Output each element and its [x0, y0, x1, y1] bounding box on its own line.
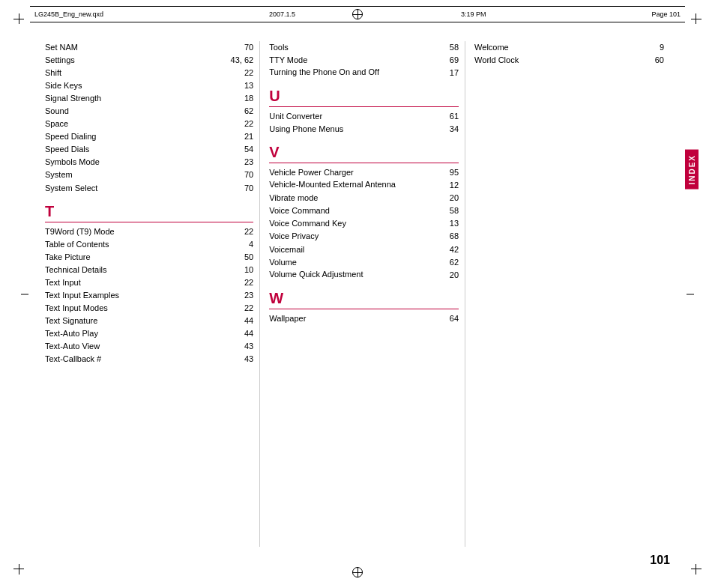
- section-letter-v: V: [269, 143, 459, 161]
- middle-top-entries: Tools 58 TTY Mode 69 Turning the Phone O…: [269, 41, 459, 79]
- list-item: Voice Privacy 68: [269, 230, 459, 243]
- section-t: T T9Word (T9) Mode 22 Table of Contents …: [45, 202, 253, 366]
- list-item: Text Input Examples 23: [45, 289, 253, 302]
- list-item: Symbols Mode 23: [45, 156, 253, 169]
- list-item: Speed Dials 54: [45, 143, 253, 156]
- reg-mark-bl: [13, 560, 28, 575]
- list-item: Take Picture 50: [45, 251, 253, 264]
- index-sidebar: INDEX: [685, 150, 699, 190]
- list-item: Voice Command 58: [269, 204, 459, 217]
- content-area: Set NAM 70 Settings 43, 62 Shift 22 Side…: [45, 41, 670, 547]
- list-item: Side Keys 13: [45, 79, 253, 92]
- bottom-crosshair: [352, 567, 363, 578]
- header-filename: LG245B_Eng_new.qxd: [34, 10, 103, 18]
- reg-mark-tl: [13, 13, 28, 28]
- list-item: T9Word (T9) Mode 22: [45, 225, 253, 238]
- list-item: Vehicle-Mounted External Antenna 12: [269, 179, 459, 192]
- list-item: Voice Command Key 13: [269, 217, 459, 230]
- page: LG245B_Eng_new.qxd 2007.1.5 3:19 PM Page…: [0, 0, 715, 588]
- index-bar-label: INDEX: [685, 150, 699, 190]
- side-mark-right: [687, 294, 694, 294]
- list-item: Turning the Phone On and Off 17: [269, 67, 459, 79]
- list-item: Shift 22: [45, 67, 253, 79]
- list-item: Set NAM 70: [45, 41, 253, 54]
- list-item: World Clock 60: [474, 54, 664, 67]
- header-crosshair: [352, 9, 363, 19]
- list-item: Speed Dialing 21: [45, 130, 253, 143]
- list-item: Welcome 9: [474, 41, 664, 54]
- section-divider-t: [45, 222, 253, 222]
- section-letter-u: U: [269, 87, 459, 105]
- section-letter-t: T: [45, 202, 253, 220]
- page-number: 101: [650, 554, 670, 567]
- list-item: Text-Auto Play 44: [45, 327, 253, 340]
- list-item: Text Signature 44: [45, 315, 253, 327]
- reg-mark-tr: [687, 13, 702, 28]
- column-middle: Tools 58 TTY Mode 69 Turning the Phone O…: [259, 41, 465, 547]
- list-item: Text Input 22: [45, 276, 253, 289]
- header-bar: LG245B_Eng_new.qxd 2007.1.5 3:19 PM Page…: [30, 6, 685, 22]
- list-item: Using Phone Menus 34: [269, 123, 459, 136]
- list-item: Technical Details 10: [45, 264, 253, 276]
- section-u: U Unit Converter 61 Using Phone Menus 34: [269, 87, 459, 136]
- left-top-entries: Set NAM 70 Settings 43, 62 Shift 22 Side…: [45, 41, 253, 195]
- list-item: Text Input Modes 22: [45, 302, 253, 315]
- column-left: Set NAM 70 Settings 43, 62 Shift 22 Side…: [45, 41, 259, 547]
- list-item: Settings 43, 62: [45, 54, 253, 67]
- list-item: Text-Auto View 43: [45, 340, 253, 353]
- list-item: System Select 70: [45, 182, 253, 195]
- section-divider-u: [269, 106, 459, 107]
- section-v: V Vehicle Power Charger 95 Vehicle-Mount…: [269, 143, 459, 281]
- list-item: Vibrate mode 20: [269, 192, 459, 204]
- section-divider-w: [269, 309, 459, 309]
- header-time: 3:19 PM: [461, 10, 486, 18]
- list-item: Vehicle Power Charger 95: [269, 166, 459, 179]
- side-mark-left: [21, 294, 28, 294]
- list-item: System 70: [45, 169, 253, 181]
- list-item: TTY Mode 69: [269, 54, 459, 67]
- column-right: Welcome 9 World Clock 60: [465, 41, 670, 547]
- list-item: Voicemail 42: [269, 243, 459, 256]
- list-item: Wallpaper 64: [269, 312, 459, 325]
- section-divider-v: [269, 163, 459, 163]
- list-item: Signal Strength 18: [45, 92, 253, 105]
- list-item: Sound 62: [45, 105, 253, 118]
- list-item: Space 22: [45, 118, 253, 130]
- right-top-entries: Welcome 9 World Clock 60: [474, 41, 664, 67]
- header-page: Page 101: [651, 10, 681, 18]
- list-item: Volume 62: [269, 256, 459, 269]
- list-item: Volume Quick Adjustment 20: [269, 269, 459, 282]
- reg-mark-br: [687, 560, 702, 575]
- section-w: W Wallpaper 64: [269, 289, 459, 325]
- list-item: Tools 58: [269, 41, 459, 54]
- list-item: Table of Contents 4: [45, 238, 253, 251]
- list-item: Text-Callback # 43: [45, 353, 253, 366]
- list-item: Unit Converter 61: [269, 110, 459, 123]
- section-letter-w: W: [269, 289, 459, 307]
- header-date: 2007.1.5: [269, 10, 295, 18]
